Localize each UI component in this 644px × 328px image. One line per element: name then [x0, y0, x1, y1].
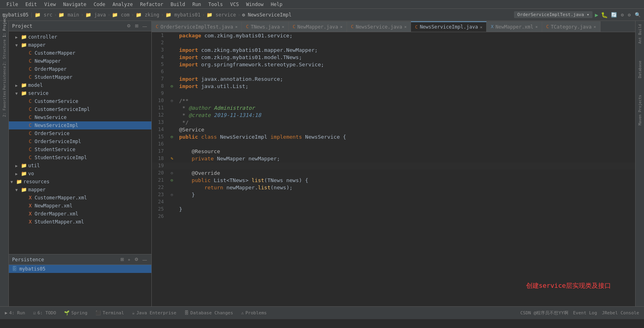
persistence-action-2[interactable]: + — [127, 256, 132, 262]
tab-close-4[interactable]: ✕ — [404, 25, 407, 29]
tree-item-customerservice[interactable]: ▶ C CustomerService — [9, 97, 151, 105]
run-config-dropdown[interactable]: OrderServiceImplTest.java ▾ — [514, 11, 592, 18]
tree-item-model[interactable]: ▶ 📁 model — [9, 81, 151, 89]
menu-refactor[interactable]: Refactor — [137, 1, 167, 8]
panel-action-layout[interactable]: ⊞ — [134, 23, 140, 29]
tree-item-studentmapper[interactable]: ▶ C StudentMapper — [9, 73, 151, 81]
toolbar-icon-settings2[interactable]: ⚙ — [627, 11, 632, 18]
right-sidebar-maven[interactable]: Maven Projects — [637, 93, 643, 127]
tab-close-1[interactable]: ✕ — [235, 25, 237, 29]
tab-newmapper[interactable]: C NewMapper.java ✕ — [289, 21, 347, 32]
run-button[interactable]: ▶ — [595, 12, 598, 18]
tree-item-resources[interactable]: ▼ 📁 resources — [9, 178, 151, 186]
tab-orderserviceimpltest[interactable]: C OrderServiceImplTest.java ✕ — [152, 21, 242, 32]
tab-close-2[interactable]: ✕ — [282, 25, 284, 29]
toolbar-icon-com: 📁 com — [112, 12, 130, 18]
tree-item-controller[interactable]: ▶ 📁 controller — [9, 33, 151, 41]
tree-item-orderservice[interactable]: ▶ C OrderService — [9, 129, 151, 137]
code-line-5: 5 import org.springframework.stereotype.… — [152, 61, 635, 68]
code-line-18: 18 ✎ private NewMapper newMapper; — [152, 155, 635, 162]
tree-item-service[interactable]: ▼ 📁 service — [9, 89, 151, 97]
menu-build[interactable]: Build — [167, 1, 188, 8]
persistence-action-4[interactable]: — — [141, 256, 148, 262]
tree-item-customerserviceimpl[interactable]: ▶ C CustomerServiceImpl — [9, 105, 151, 113]
left-icon-structure[interactable]: 2: Structure — [0, 48, 8, 56]
event-log-btn[interactable]: Event Log — [573, 310, 597, 316]
left-icon-project[interactable]: 1: Project — [0, 23, 8, 31]
tab-newmapper-xml[interactable]: X NewMapper.xml ✕ — [487, 21, 542, 32]
code-line-9: 9 — [152, 90, 635, 97]
bottom-tab-todo[interactable]: ☑ 6: TODO — [30, 309, 59, 317]
bottom-tab-run[interactable]: ▶ 4: Run — [2, 309, 28, 317]
tab-close-6[interactable]: ✕ — [535, 25, 538, 29]
toolbar-icon-search[interactable]: 🔍 — [634, 11, 642, 18]
menu-view[interactable]: View — [41, 1, 59, 8]
bottom-tab-terminal[interactable]: ⬛ Terminal — [92, 309, 127, 317]
code-line-6: 6 — [152, 68, 635, 76]
tab-label-4: NewsService.java — [356, 24, 402, 30]
persistence-action-3[interactable]: ⚙ — [133, 256, 140, 262]
tree-item-ordermapper[interactable]: ▶ C OrderMapper — [9, 65, 151, 73]
menu-window[interactable]: Window — [243, 1, 266, 8]
toolbar: mybatis05 | 📁 src › 📁 main › 📁 java › 📁 … — [0, 9, 644, 21]
menu-tools[interactable]: Tools — [205, 1, 226, 8]
tree-item-newsservice[interactable]: ▶ C NewsService — [9, 113, 151, 121]
code-line-2: 2 — [152, 39, 635, 47]
tree-item-newsserviceimpl[interactable]: ▶ C NewsServiceImpl — [9, 121, 151, 129]
tree-item-orderserviceimpl[interactable]: ▶ C OrderServiceImpl — [9, 137, 151, 146]
left-icon-persistence[interactable]: Persistence — [0, 74, 8, 82]
persistence-mybatis05[interactable]: 🗄 mybatis05 — [9, 265, 151, 273]
bottom-tab-database-changes[interactable]: 🗄 Database Changes — [181, 309, 236, 317]
toolbar-icon-reload[interactable]: 🔄 — [610, 11, 618, 18]
tree-item-studentmapper-xml[interactable]: ▶ X StudentMapper.xml — [9, 218, 151, 226]
toolbar-icon-settings1[interactable]: ⚙ — [620, 11, 625, 18]
tree-item-studentserviceimpl[interactable]: ▶ C StudentServiceImpl — [9, 154, 151, 162]
menu-analyze[interactable]: Analyze — [109, 1, 136, 8]
tab-tnews[interactable]: C TNews.java ✕ — [242, 21, 289, 32]
tree-item-newmapper[interactable]: ▶ C NewMapper — [9, 57, 151, 65]
tab-newsservice[interactable]: C NewsService.java ✕ — [347, 21, 411, 32]
toolbar-icon-zking: 📁 zking — [136, 12, 159, 18]
panel-action-settings[interactable]: ⚙ — [126, 23, 132, 29]
tree-item-studentservice[interactable]: ▶ C StudentService — [9, 146, 151, 154]
bottom-tab-spring[interactable]: 🌱 Spring — [61, 309, 91, 317]
toolbar-icon-src: 📁 src — [35, 12, 52, 18]
tab-close-3[interactable]: ✕ — [340, 25, 343, 29]
persistence-action-1[interactable]: ⊞ — [119, 256, 125, 262]
tree-item-resources-mapper[interactable]: ▼ 📁 mapper — [9, 186, 151, 194]
code-editor[interactable]: 1 package com.zking.mybatis01.service; 2… — [152, 32, 635, 306]
menu-navigate[interactable]: Navigate — [60, 1, 90, 8]
menu-code[interactable]: Code — [91, 1, 109, 8]
menu-edit[interactable]: Edit — [22, 1, 40, 8]
menu-vcs[interactable]: VCS — [227, 1, 242, 8]
tab-close-7[interactable]: ✕ — [594, 25, 596, 29]
debug-button[interactable]: 🐛 — [601, 12, 608, 18]
tree-item-mapper[interactable]: ▼ 📁 mapper — [9, 41, 151, 49]
tab-icon-5: C — [415, 25, 418, 30]
tab-label-7: TCategory.java — [551, 24, 592, 30]
tree-item-customermapper-xml[interactable]: ▶ X CustomerMapper.xml — [9, 194, 151, 202]
persistence-panel: Persistence ⊞ + ⚙ — 🗄 mybatis05 — [9, 254, 151, 306]
left-icon-favorites[interactable]: 2: Favorites — [0, 100, 8, 108]
tab-close-5[interactable]: ✕ — [480, 25, 482, 29]
bottom-tab-java-enterprise[interactable]: ☕ Java Enterprise — [129, 309, 180, 317]
code-line-11: 11 * @author Administrator — [152, 105, 635, 112]
menu-help[interactable]: Help — [268, 1, 286, 8]
menu-run[interactable]: Run — [189, 1, 204, 8]
tab-newsserviceimpl[interactable]: C NewsServiceImpl.java ✕ — [411, 21, 487, 32]
bottom-tab-problems[interactable]: ⚠ Problems — [238, 309, 270, 317]
tree-item-customermapper[interactable]: ▶ C CustomerMapper — [9, 49, 151, 57]
tree-item-newmapper-xml[interactable]: ▶ X NewMapper.xml — [9, 202, 151, 210]
tree-item-ordermapper-xml[interactable]: ▶ X OrderMapper.xml — [9, 210, 151, 218]
tab-tcategory[interactable]: C TCategory.java ✕ — [542, 21, 601, 32]
panel-action-collapse[interactable]: — — [141, 23, 148, 29]
code-line-19[interactable]: 19 — [152, 162, 635, 170]
csdn-watermark: CSDN @程序员不想YY啊 — [520, 310, 568, 316]
right-sidebar-ant-build[interactable]: Ant Build — [637, 23, 643, 45]
tree-item-vo[interactable]: ▶ 📁 vo — [9, 170, 151, 178]
menu-file[interactable]: File — [3, 1, 21, 8]
jrebel-console-btn[interactable]: JRebel Console — [602, 310, 639, 316]
right-sidebar-database[interactable]: Database — [637, 59, 643, 80]
tree-item-util[interactable]: ▶ 📁 util — [9, 162, 151, 170]
persistence-header: Persistence ⊞ + ⚙ — — [9, 254, 151, 265]
